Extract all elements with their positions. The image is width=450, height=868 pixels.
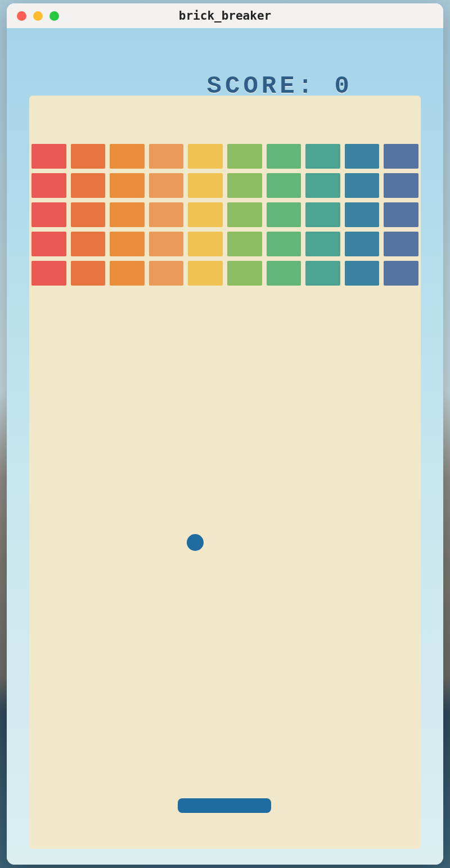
brick	[32, 232, 66, 256]
brick	[227, 261, 262, 286]
game-client: SCORE: 0	[7, 28, 443, 865]
ball	[187, 534, 204, 551]
brick-grid	[29, 144, 421, 286]
brick	[345, 202, 380, 227]
brick	[305, 173, 340, 198]
brick	[384, 173, 418, 198]
brick	[149, 202, 184, 227]
window-controls	[17, 11, 59, 21]
play-area[interactable]	[29, 96, 421, 849]
brick	[267, 202, 302, 227]
brick	[345, 232, 380, 256]
brick	[188, 232, 223, 256]
minimize-icon[interactable]	[33, 11, 43, 21]
brick	[305, 202, 340, 227]
brick	[110, 202, 145, 227]
brick	[71, 173, 106, 198]
window-title: brick_breaker	[7, 9, 443, 22]
brick	[267, 144, 302, 169]
zoom-icon[interactable]	[50, 11, 59, 21]
brick	[345, 261, 380, 286]
titlebar[interactable]: brick_breaker	[7, 3, 443, 29]
brick	[71, 261, 106, 286]
brick	[345, 144, 380, 169]
brick	[71, 202, 106, 227]
brick	[32, 144, 66, 169]
close-icon[interactable]	[17, 11, 26, 21]
brick	[32, 202, 66, 227]
brick	[32, 261, 66, 286]
app-window: brick_breaker SCORE: 0	[7, 3, 443, 865]
brick	[267, 232, 302, 256]
brick	[227, 232, 262, 256]
brick	[110, 144, 145, 169]
brick	[305, 232, 340, 256]
brick	[110, 173, 145, 198]
brick	[110, 232, 145, 256]
brick	[188, 202, 223, 227]
brick	[149, 144, 184, 169]
brick	[384, 144, 418, 169]
brick	[227, 173, 262, 198]
brick	[267, 173, 302, 198]
brick	[71, 144, 106, 169]
brick	[227, 144, 262, 169]
brick	[188, 144, 223, 169]
brick	[305, 261, 340, 286]
brick	[149, 232, 184, 256]
brick	[188, 173, 223, 198]
brick	[71, 232, 106, 256]
brick	[149, 261, 184, 286]
brick	[188, 261, 223, 286]
brick	[267, 261, 302, 286]
brick	[32, 173, 66, 198]
brick	[149, 173, 184, 198]
brick	[384, 261, 418, 286]
paddle[interactable]	[178, 798, 271, 813]
brick	[384, 202, 418, 227]
brick	[345, 173, 380, 198]
brick	[384, 232, 418, 256]
brick	[227, 202, 262, 227]
brick	[305, 144, 340, 169]
brick	[110, 261, 145, 286]
